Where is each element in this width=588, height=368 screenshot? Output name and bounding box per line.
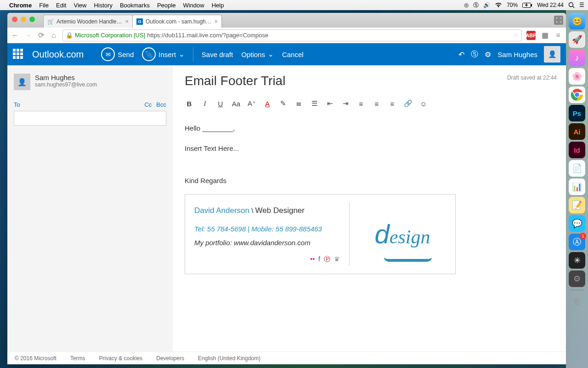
- menu-history[interactable]: History: [94, 2, 112, 9]
- underline-button[interactable]: U: [216, 100, 225, 108]
- indent-button[interactable]: ⇥: [341, 99, 350, 108]
- dock-finder[interactable]: 😊: [569, 13, 585, 29]
- dock-notes[interactable]: 📝: [569, 197, 585, 213]
- bold-button[interactable]: B: [185, 100, 194, 108]
- save-draft-button[interactable]: Save draft: [202, 51, 233, 58]
- settings-gear-icon[interactable]: ⚙: [485, 50, 491, 59]
- sig-logo: design: [359, 203, 446, 265]
- from-avatar: 👤: [14, 74, 30, 90]
- menu-window[interactable]: Window: [183, 2, 204, 9]
- footer-privacy[interactable]: Privacy & cookies: [99, 355, 143, 362]
- browser-tab-2[interactable]: O Outlook.com - sam.hughes… ×: [132, 15, 222, 28]
- browser-tab-1[interactable]: 🛒 Artemio Wooden Handle F… ×: [43, 15, 133, 28]
- home-button[interactable]: ⌂: [50, 31, 58, 40]
- font-size-button[interactable]: A⁺: [247, 99, 256, 108]
- dock-indesign[interactable]: Id: [569, 142, 585, 158]
- window-controls: [12, 17, 35, 22]
- sig-portfolio[interactable]: www.davidanderson.com: [234, 239, 311, 247]
- app-launcher-icon[interactable]: [13, 49, 24, 60]
- grooveshark-icon[interactable]: ♛: [334, 253, 340, 265]
- forward-button[interactable]: →: [24, 31, 32, 40]
- dock-keynote[interactable]: 📊: [569, 178, 585, 195]
- pinterest-icon[interactable]: Ⓟ: [324, 253, 330, 265]
- s-icon[interactable]: Ⓢ: [473, 1, 479, 9]
- dock-itunes[interactable]: ♪: [569, 50, 585, 66]
- cc-field-label[interactable]: Cc: [144, 101, 152, 108]
- dock-trash[interactable]: 🗑: [569, 293, 585, 310]
- outdent-button[interactable]: ⇤: [325, 99, 334, 108]
- align-right-button[interactable]: ≡: [388, 100, 397, 108]
- options-button[interactable]: Options ⌄: [241, 50, 274, 58]
- facebook-icon[interactable]: f: [318, 253, 320, 265]
- numbered-list-button[interactable]: ≣: [294, 99, 303, 108]
- align-center-button[interactable]: ≡: [372, 100, 381, 108]
- font-family-button[interactable]: Aa: [232, 100, 241, 108]
- close-window-button[interactable]: [12, 17, 17, 22]
- wifi-icon[interactable]: [495, 2, 502, 8]
- footer-developers[interactable]: Developers: [156, 355, 184, 362]
- dock-unknown-app[interactable]: ✳: [569, 252, 585, 269]
- highlight-button[interactable]: ✎: [278, 99, 288, 108]
- skype-icon[interactable]: Ⓢ: [471, 50, 478, 59]
- font-color-button[interactable]: A: [263, 100, 272, 108]
- dock-illustrator[interactable]: Ai: [569, 123, 585, 140]
- dock-messages[interactable]: 💬: [569, 215, 585, 232]
- macos-menubar: Chrome File Edit View History Bookmarks …: [0, 0, 588, 10]
- footer-language[interactable]: English (United Kingdom): [198, 355, 260, 362]
- tab2-close-icon[interactable]: ×: [214, 18, 218, 25]
- fullscreen-button[interactable]: ⛶: [554, 16, 563, 25]
- dock-chrome[interactable]: [569, 86, 585, 103]
- dock-settings[interactable]: ⚙: [569, 270, 585, 287]
- address-bar[interactable]: 🔒 Microsoft Corporation [US] https://dub…: [62, 29, 522, 41]
- dock-appstore[interactable]: Ⓐ1: [569, 234, 585, 250]
- svg-point-6: [575, 92, 580, 98]
- footer-terms[interactable]: Terms: [70, 355, 85, 362]
- email-body[interactable]: Hello ________, Insert Text Here... Kind…: [185, 121, 554, 274]
- insert-label: Insert: [158, 51, 176, 58]
- chrome-window: 🛒 Artemio Wooden Handle F… × O Outlook.c…: [7, 13, 566, 364]
- menu-app[interactable]: Chrome: [9, 2, 32, 9]
- cc-icon[interactable]: ◎: [464, 2, 469, 8]
- italic-button[interactable]: I: [200, 100, 209, 108]
- send-button[interactable]: ✉ Send: [101, 47, 134, 61]
- menu-file[interactable]: File: [39, 2, 49, 9]
- align-left-button[interactable]: ≡: [356, 100, 366, 108]
- reload-button[interactable]: ⟳: [37, 31, 45, 40]
- dock-launchpad[interactable]: 🚀: [569, 31, 585, 48]
- zoom-window-button[interactable]: [29, 17, 35, 22]
- bullet-list-button[interactable]: ☰: [310, 99, 319, 108]
- bcc-field-label[interactable]: Bcc: [156, 101, 166, 108]
- cancel-button[interactable]: Cancel: [282, 51, 304, 58]
- battery-icon[interactable]: [522, 3, 532, 8]
- menu-bookmarks[interactable]: Bookmarks: [120, 2, 150, 9]
- tab1-close-icon[interactable]: ×: [125, 18, 129, 25]
- user-avatar[interactable]: 👤: [544, 46, 560, 63]
- link-button[interactable]: 🔗: [403, 99, 413, 108]
- adblock-extension-icon[interactable]: ABP: [526, 31, 536, 40]
- flickr-icon[interactable]: ••: [310, 253, 315, 265]
- volume-icon[interactable]: 🔊: [483, 2, 490, 8]
- dock-photoshop[interactable]: Ps: [569, 105, 585, 121]
- undo-icon[interactable]: ↶: [458, 50, 464, 59]
- chevron-down-icon: ⌄: [268, 50, 274, 58]
- chrome-menu-icon[interactable]: ≡: [554, 31, 562, 40]
- spotlight-icon[interactable]: [568, 2, 575, 8]
- notification-center-icon[interactable]: ☰: [579, 2, 584, 8]
- menu-edit[interactable]: Edit: [56, 2, 66, 9]
- menu-help[interactable]: Help: [212, 2, 224, 9]
- user-name-label[interactable]: Sam Hughes: [498, 51, 537, 58]
- outlook-brand[interactable]: Outlook.com: [32, 49, 84, 60]
- back-button[interactable]: ←: [11, 31, 19, 40]
- menu-view[interactable]: View: [74, 2, 86, 9]
- minimize-window-button[interactable]: [21, 17, 26, 22]
- dock-pages[interactable]: 📄: [569, 160, 585, 177]
- dock-photos[interactable]: 🌸: [569, 68, 585, 85]
- emoji-button[interactable]: ☺: [419, 100, 428, 108]
- subject-input[interactable]: [14, 111, 166, 126]
- extension-grid-icon[interactable]: ▦: [540, 31, 549, 40]
- bookmark-star-icon[interactable]: ☆: [513, 32, 519, 39]
- to-field-label[interactable]: To: [14, 101, 20, 108]
- insert-button[interactable]: 📎 Insert ⌄: [142, 47, 185, 61]
- menu-people[interactable]: People: [157, 2, 175, 9]
- clock[interactable]: Wed 22:44: [537, 2, 564, 8]
